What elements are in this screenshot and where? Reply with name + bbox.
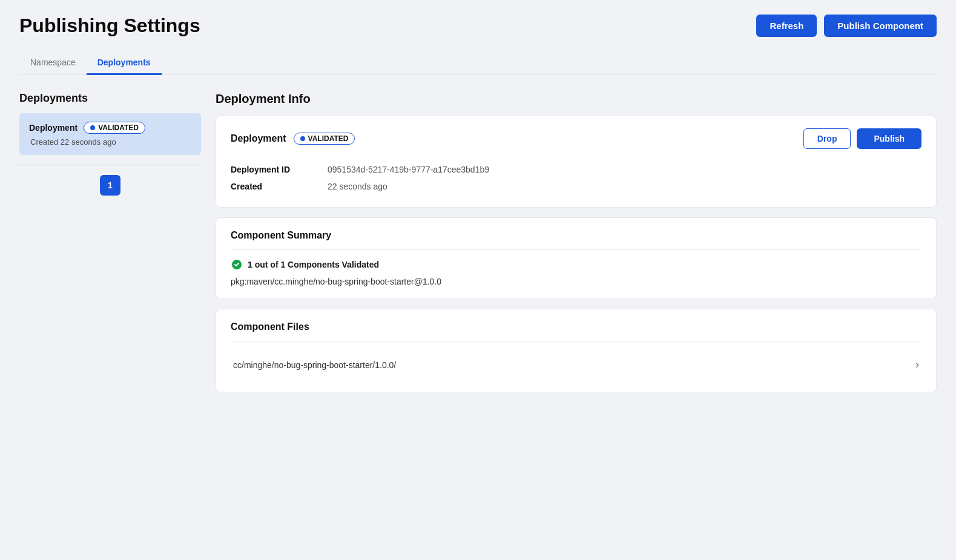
publish-button[interactable]: Publish <box>857 128 921 149</box>
deployment-info-header: Deployment VALIDATED Drop Publish <box>231 128 921 149</box>
chevron-right-icon: › <box>915 358 919 371</box>
page-title: Publishing Settings <box>19 15 200 37</box>
component-files-title: Component Files <box>231 321 921 332</box>
deployment-info-left: Deployment VALIDATED <box>231 133 355 145</box>
header-actions: Refresh Publish Component <box>756 15 937 37</box>
validated-check-icon <box>231 259 243 271</box>
sidebar-divider <box>19 165 201 165</box>
table-row: Deployment ID 0951534d-5217-419b-9777-a1… <box>231 161 921 178</box>
deployment-list-item[interactable]: Deployment VALIDATED Created 22 seconds … <box>19 113 201 155</box>
publish-component-button[interactable]: Publish Component <box>824 15 937 37</box>
pagination: 1 <box>19 175 201 196</box>
main-content: Deployment Info Deployment VALIDATED Dro… <box>216 92 937 402</box>
validated-row: 1 out of 1 Components Validated <box>231 259 921 271</box>
component-summary-title: Component Summary <box>231 230 921 241</box>
validated-text: 1 out of 1 Components Validated <box>248 260 379 269</box>
tab-bar: Namespace Deployments <box>19 51 937 75</box>
validated-badge: VALIDATED <box>84 122 145 134</box>
badge-label-info: VALIDATED <box>308 134 349 143</box>
summary-divider <box>231 249 921 250</box>
file-path: cc/minghe/no-bug-spring-boot-starter/1.0… <box>233 360 396 370</box>
pkg-text: pkg:maven/cc.minghe/no-bug-spring-boot-s… <box>231 277 921 286</box>
page-1-button[interactable]: 1 <box>100 175 120 196</box>
tab-namespace[interactable]: Namespace <box>19 51 87 75</box>
deployment-id-label: Deployment ID <box>231 161 328 178</box>
table-row: Created 22 seconds ago <box>231 178 921 195</box>
file-row[interactable]: cc/minghe/no-bug-spring-boot-starter/1.0… <box>231 350 921 380</box>
deployment-card-header: Deployment VALIDATED <box>29 122 191 134</box>
created-label: Created <box>231 178 328 195</box>
deployment-id-value: 0951534d-5217-419b-9777-a17cee3bd1b9 <box>328 161 921 178</box>
deployment-card-sub: Created 22 seconds ago <box>30 137 191 147</box>
badge-dot-icon <box>300 136 305 141</box>
deployment-info-actions: Drop Publish <box>803 128 921 149</box>
deployment-info-card: Deployment VALIDATED Drop Publish Deploy… <box>216 116 937 208</box>
page-header: Publishing Settings Refresh Publish Comp… <box>19 15 937 37</box>
badge-label: VALIDATED <box>98 124 139 132</box>
badge-dot-icon <box>90 125 95 130</box>
deployment-card-name: Deployment <box>29 123 77 133</box>
deployment-info-name: Deployment <box>231 133 286 144</box>
files-divider <box>231 341 921 341</box>
component-files-card: Component Files cc/minghe/no-bug-spring-… <box>216 309 937 392</box>
sidebar: Deployments Deployment VALIDATED Created… <box>19 92 201 402</box>
deployment-info-section-title: Deployment Info <box>216 92 937 106</box>
deployment-info-table: Deployment ID 0951534d-5217-419b-9777-a1… <box>231 161 921 195</box>
content-area: Deployments Deployment VALIDATED Created… <box>19 92 937 402</box>
component-summary-card: Component Summary 1 out of 1 Components … <box>216 217 937 299</box>
sidebar-title: Deployments <box>19 92 201 105</box>
drop-button[interactable]: Drop <box>803 128 851 149</box>
refresh-button[interactable]: Refresh <box>756 15 817 37</box>
created-value: 22 seconds ago <box>328 178 921 195</box>
tab-deployments[interactable]: Deployments <box>87 51 162 75</box>
deployment-info-badge: VALIDATED <box>294 133 355 145</box>
